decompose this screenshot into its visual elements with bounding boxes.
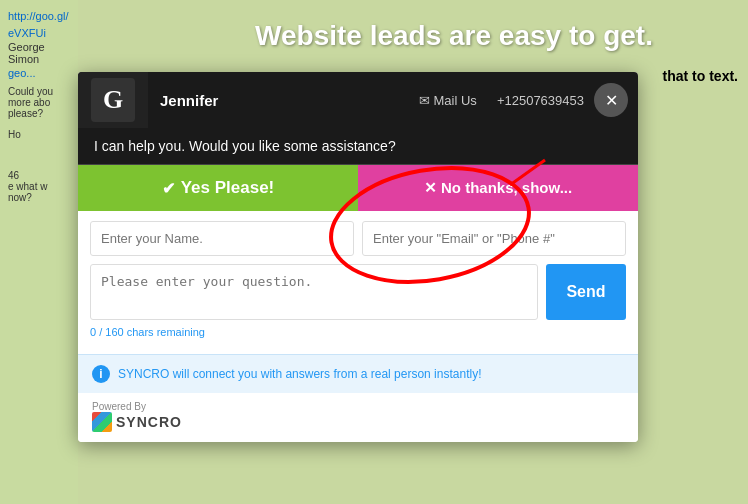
avatar: G <box>91 78 135 122</box>
info-text: SYNCRO will connect you with answers fro… <box>118 367 481 381</box>
page-headline: Website leads are easy to get. <box>160 20 748 52</box>
close-button[interactable]: ✕ <box>594 83 628 117</box>
powered-by-label: Powered By SYNCRO <box>92 401 182 432</box>
bg-subtext: that to text. <box>663 68 738 84</box>
chat-form: Send 0 / 160 chars remaining <box>78 211 638 354</box>
chat-message: I can help you. Would you like some assi… <box>78 128 638 165</box>
bg-email[interactable]: geo... <box>8 65 70 82</box>
form-row-names <box>90 221 626 256</box>
chat-header: G Jennifer ✉ Mail Us +12507639453 ✕ <box>78 72 638 128</box>
mail-us-link[interactable]: ✉ Mail Us <box>409 93 487 108</box>
chat-widget: G Jennifer ✉ Mail Us +12507639453 ✕ I ca… <box>78 72 638 442</box>
bg-link1[interactable]: http://goo.gl/ eVXFUi <box>8 8 70 41</box>
left-panel: http://goo.gl/ eVXFUi George Simon geo..… <box>0 0 78 504</box>
question-textarea[interactable] <box>90 264 538 320</box>
agent-name: Jennifer <box>148 92 409 109</box>
syncro-name: SYNCRO <box>116 414 182 430</box>
yes-label: Yes Please! <box>181 178 275 198</box>
mail-icon: ✉ <box>419 93 430 108</box>
yes-button[interactable]: ✔ Yes Please! <box>78 165 358 211</box>
chat-buttons: ✔ Yes Please! ✕ No thanks, show... <box>78 165 638 211</box>
form-row-question: Send <box>90 264 626 320</box>
no-button[interactable]: ✕ No thanks, show... <box>358 165 638 211</box>
info-icon: i <box>92 365 110 383</box>
phone-number[interactable]: +12507639453 <box>487 93 594 108</box>
check-icon: ✔ <box>162 179 175 198</box>
info-bar: i SYNCRO will connect you with answers f… <box>78 354 638 393</box>
email-input[interactable] <box>362 221 626 256</box>
avatar-box: G <box>78 72 148 128</box>
mail-label: Mail Us <box>434 93 477 108</box>
chars-remaining: 0 / 160 chars remaining <box>90 326 626 338</box>
syncro-icon <box>92 412 112 432</box>
name-input[interactable] <box>90 221 354 256</box>
bg-name: George Simon <box>8 41 70 65</box>
chat-footer: Powered By SYNCRO <box>78 393 638 442</box>
bg-side-text: Ho <box>8 129 70 140</box>
send-button[interactable]: Send <box>546 264 626 320</box>
bg-note2: 46 e what w now? <box>8 170 70 203</box>
syncro-logo: SYNCRO <box>92 412 182 432</box>
bg-note: Could you more abo please? <box>8 86 70 119</box>
